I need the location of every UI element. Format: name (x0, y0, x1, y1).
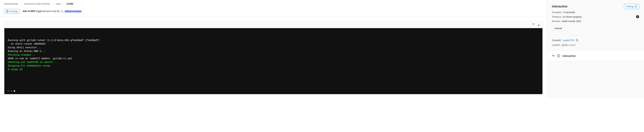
svg-rect-3 (62, 12, 63, 12)
duration-row: Duration: 3 seconds (552, 11, 639, 14)
svg-point-2 (62, 11, 63, 11)
terminal-line: Running with gitlab-runner 11.3.0~beta.6… (8, 38, 539, 42)
scroll-bottom-button[interactable] (537, 23, 540, 26)
copy-sha-icon[interactable] (576, 39, 578, 42)
author-link[interactable]: Administrator (64, 10, 82, 12)
terminal-line: HEAD is now at 1aeb472 Update .gitlab-ci… (8, 57, 539, 60)
timeout-row: Timeout: 1h (from project) ? (552, 15, 639, 18)
breadcrumb-separator: › (63, 2, 64, 5)
help-icon[interactable]: ? (636, 15, 639, 18)
log-panel: Running with gitlab-runner 11.3.0~beta.6… (4, 21, 543, 94)
commit-message: Update .gitlab-ci.yml (552, 44, 639, 46)
breadcrumb-current: #1395 (66, 2, 73, 5)
job-title: Job #1395 triggered just now by Administ… (22, 10, 82, 13)
commit-sha-link[interactable]: 1aeb4725 (562, 39, 574, 42)
loading-indicator (8, 90, 15, 92)
timeout-value: 1h (from project) (562, 15, 582, 18)
terminal-line: Using Shell executor... (8, 46, 539, 50)
triggered-text: triggered just now by (36, 10, 60, 12)
sidebar-header-block: interactive Debug Duration: 3 seconds Ti… (547, 0, 644, 35)
breadcrumb-section[interactable]: Jobs (56, 2, 61, 5)
breadcrumb-project[interactable]: interactive-web-terminal (24, 2, 50, 5)
timeout-label: Timeout: (552, 15, 562, 18)
stage-running-icon (557, 54, 560, 57)
cancel-button[interactable]: Cancel (552, 26, 565, 31)
terminal-line: Running on Steves-MBP-2... (8, 50, 539, 53)
stage-block: interactive (547, 50, 644, 61)
log-toolbar (4, 21, 542, 28)
duration-label: Duration: (552, 11, 562, 14)
sidebar-title: interactive (552, 5, 568, 8)
job-sidebar: interactive Debug Duration: 3 seconds Ti… (547, 0, 644, 98)
terminal-line: Checking out 1aeb4725 as master... (8, 60, 539, 64)
stage-row[interactable]: interactive (552, 54, 639, 57)
scroll-top-button[interactable] (532, 23, 535, 26)
avatar-icon (60, 10, 64, 13)
job-id: Job #1395 (22, 10, 35, 12)
terminal-line: Fetching changes... (8, 53, 539, 57)
svg-rect-0 (61, 10, 64, 13)
svg-point-1 (62, 11, 62, 11)
debug-label: Debug (626, 5, 634, 8)
running-icon (6, 10, 8, 12)
svg-rect-6 (577, 40, 578, 41)
duration-value: 3 seconds (563, 11, 575, 14)
terminal-line: on shell-runner d8b80d51 (8, 42, 539, 46)
commit-label: Commit (552, 39, 561, 42)
runner-label: Runner: (552, 20, 561, 22)
terminal-line: Skipping Git submodules setup (8, 64, 539, 68)
job-header: running Job #1395 triggered just now by … (0, 7, 547, 17)
runner-row: Runner: shell-runner (#2) (552, 20, 639, 22)
terminal-line: $ sleep 15 (8, 68, 539, 72)
breadcrumb-separator: › (52, 2, 53, 5)
arrow-right-icon (552, 54, 554, 57)
external-link-icon (634, 5, 637, 8)
stage-name: interactive (562, 54, 576, 57)
status-badge-running[interactable]: running (4, 9, 20, 14)
breadcrumb: Administrator › interactive-web-terminal… (0, 0, 547, 7)
runner-value: shell-runner (#2) (562, 20, 581, 22)
breadcrumb-separator: › (21, 2, 22, 5)
status-text: running (10, 10, 18, 13)
breadcrumb-root[interactable]: Administrator (4, 2, 18, 5)
terminal-output[interactable]: Running with gitlab-runner 11.3.0~beta.6… (4, 28, 542, 94)
commit-block: Commit 1aeb4725 Update .gitlab-ci.yml (547, 35, 644, 50)
debug-button[interactable]: Debug (624, 4, 639, 9)
